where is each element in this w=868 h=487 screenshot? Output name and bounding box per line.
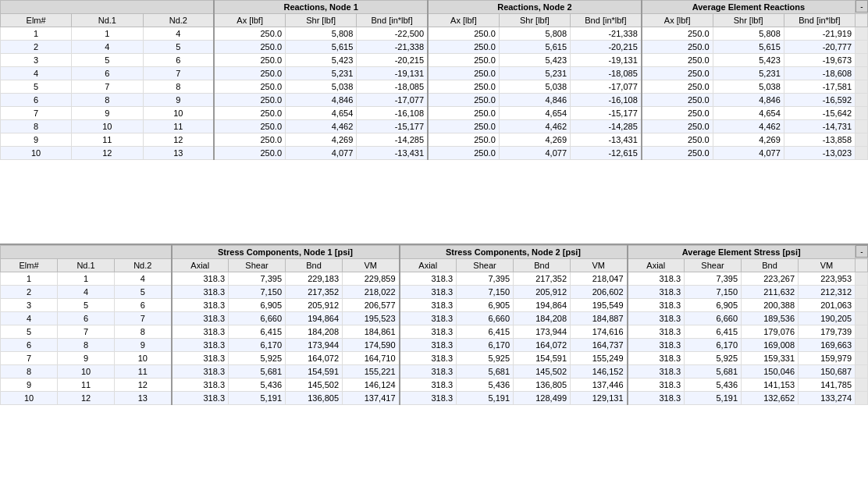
table-cell: 250.0 (642, 27, 713, 41)
table-cell: 250.0 (214, 133, 285, 147)
table-cell: 5,681 (229, 365, 286, 379)
table-cell: 5,925 (229, 352, 286, 365)
table-cell: 5,231 (499, 67, 570, 80)
table-cell: 318.3 (628, 299, 685, 312)
table-cell: 6 (143, 54, 214, 67)
table-cell (856, 54, 868, 67)
table-row: 467318.36,660194,864195,523318.36,660184… (1, 312, 868, 325)
table-cell: 5,436 (685, 379, 742, 392)
table-cell: -17,077 (571, 80, 642, 94)
table-cell: 250.0 (428, 41, 499, 54)
table-cell: 5 (58, 299, 115, 312)
reactions-scroll-area[interactable]: Reactions, Node 1 Reactions, Node 2 Aver… (0, 0, 868, 244)
table-cell: 205,912 (514, 286, 571, 299)
table-cell: 229,859 (343, 272, 400, 286)
table-cell: -15,642 (784, 107, 855, 120)
table-cell: 154,591 (286, 365, 343, 379)
table-cell: 318.3 (628, 365, 685, 379)
table-cell: 318.3 (172, 379, 229, 392)
table-cell: 4 (1, 67, 72, 80)
table-cell: 318.3 (172, 272, 229, 286)
table-cell: 4 (143, 27, 214, 41)
table-cell: 184,887 (571, 312, 628, 325)
table-cell: -19,131 (357, 67, 428, 80)
table-row: 689250.04,846-17,077250.04,846-16,108250… (1, 94, 868, 107)
table-cell: 164,072 (514, 339, 571, 352)
table-cell: 318.3 (628, 325, 685, 339)
table-cell (856, 352, 868, 365)
table-cell: 5 (72, 54, 143, 67)
s-col-axial1-header: Axial (172, 259, 229, 272)
table-cell: 212,312 (799, 286, 856, 299)
table-cell (856, 94, 868, 107)
table-cell (856, 107, 868, 120)
table-cell: 318.3 (172, 312, 229, 325)
table-row: 91112250.04,269-14,285250.04,269-13,4312… (1, 133, 868, 147)
col-bnd1-header: Bnd [in*lbf] (357, 14, 428, 27)
table-cell: 318.3 (628, 272, 685, 286)
table-cell: 4 (1, 312, 58, 325)
col-ax1-header: Ax [lbf] (214, 14, 285, 27)
table-cell (856, 67, 868, 80)
table-cell: 6,415 (229, 325, 286, 339)
col-shr1-header: Shr [lbf] (286, 14, 357, 27)
table-cell: 10 (1, 147, 72, 160)
table-cell: 5,038 (713, 80, 784, 94)
table-cell: 7,395 (229, 272, 286, 286)
table-row: 81011318.35,681154,591155,221318.35,6811… (1, 365, 868, 379)
table-cell: 5,191 (229, 392, 286, 405)
table-cell: 8 (143, 80, 214, 94)
table-cell: 4,269 (286, 133, 357, 147)
table-cell: 159,979 (799, 352, 856, 365)
table-cell: 190,205 (799, 312, 856, 325)
table-cell: 5,423 (286, 54, 357, 67)
table-cell: 211,632 (742, 286, 799, 299)
table-cell (856, 392, 868, 405)
table-cell: 5,436 (229, 379, 286, 392)
table-cell: 250.0 (214, 107, 285, 120)
collapse-stress-button[interactable]: - (856, 245, 868, 258)
table-cell: 146,152 (571, 365, 628, 379)
table-cell: 154,591 (514, 352, 571, 365)
table-cell: 4,654 (713, 107, 784, 120)
table-cell: 11 (72, 133, 143, 147)
table-cell: -20,215 (571, 41, 642, 54)
table-cell: 10 (115, 352, 172, 365)
table-row: 101213250.04,077-13,431250.04,077-12,615… (1, 147, 868, 160)
table-cell: 6 (72, 67, 143, 80)
table-cell (856, 27, 868, 41)
table-cell: 13 (143, 147, 214, 160)
table-cell: 155,221 (343, 365, 400, 379)
col-bndavg-header: Bnd [in*lbf] (784, 14, 855, 27)
table-cell: 184,208 (286, 325, 343, 339)
table-cell: 5 (1, 325, 58, 339)
collapse-reactions-button[interactable]: - (856, 0, 868, 12)
table-cell: 164,072 (286, 352, 343, 365)
table-cell: 217,352 (286, 286, 343, 299)
table-cell: 137,446 (571, 379, 628, 392)
table-cell: -17,581 (784, 80, 855, 94)
table-cell: 7,150 (457, 286, 514, 299)
table-cell: 250.0 (214, 67, 285, 80)
table-cell: 318.3 (172, 299, 229, 312)
table-cell: 5,808 (713, 27, 784, 41)
col-ax2-header: Ax [lbf] (428, 14, 499, 27)
table-cell: 13 (115, 392, 172, 405)
stress-scroll-area[interactable]: Stress Components, Node 1 [psi] Stress C… (0, 245, 868, 487)
table-cell: -20,777 (784, 41, 855, 54)
table-cell: 9 (1, 133, 72, 147)
table-cell: 146,124 (343, 379, 400, 392)
table-cell: 6,170 (685, 339, 742, 352)
reactions-avg-group: Average Element Reactions (642, 1, 856, 14)
table-cell: 12 (115, 379, 172, 392)
main-container: - Reactions, Node 1 Reactions, Node 2 Av… (0, 0, 868, 487)
table-row: 467250.05,231-19,131250.05,231-18,085250… (1, 67, 868, 80)
table-cell: -14,285 (357, 133, 428, 147)
table-cell: 173,944 (514, 325, 571, 339)
table-cell: 7 (1, 352, 58, 365)
table-cell: 9 (72, 107, 143, 120)
table-cell (856, 286, 868, 299)
s-col-bnd2-header: Bnd (514, 259, 571, 272)
table-cell: 7 (115, 312, 172, 325)
table-cell: 318.3 (172, 392, 229, 405)
